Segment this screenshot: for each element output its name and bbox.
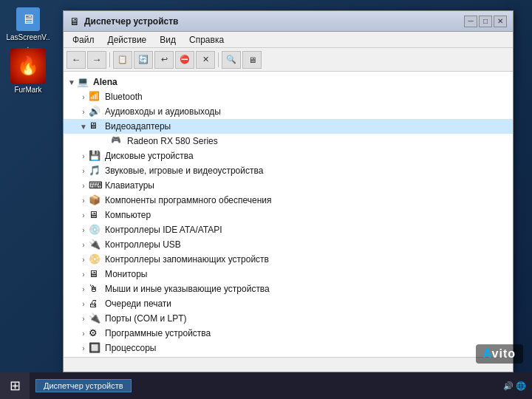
tree-item-ports[interactable]: › 🔌 Порты (COM и LPT) — [64, 311, 513, 326]
tree-item-sound[interactable]: › 🎵 Звуковые, игровые и видеоустройства — [64, 163, 513, 178]
avito-text: vito — [492, 347, 516, 360]
cpu-label: Процессоры — [105, 343, 157, 353]
print-label: Очереди печати — [105, 299, 171, 309]
taskbar: ⊞ Диспетчер устройств 🔊 🌐 — [0, 372, 532, 399]
bluetooth-label: Bluetooth — [105, 92, 143, 102]
usb-arrow: › — [78, 241, 89, 249]
tree-item-ide[interactable]: › 💿 Контроллеры IDE ATA/ATAPI — [64, 222, 513, 237]
title-bar-controls: ─ □ ✕ — [464, 16, 507, 27]
radeon-icon: 🎮 — [111, 135, 124, 147]
taskbar-dm-button[interactable]: Диспетчер устройств — [35, 379, 132, 392]
desktop-icon-furmark[interactable]: 🔥 FurMark — [3, 48, 53, 94]
menu-action[interactable]: Действие — [102, 33, 153, 47]
toolbar-forward[interactable]: → — [87, 51, 106, 69]
usb-label: Контроллеры USB — [105, 239, 181, 250]
toolbar-properties[interactable]: 📋 — [113, 51, 132, 69]
tree-item-computer[interactable]: › 🖥 Компьютер — [64, 208, 513, 222]
print-icon: 🖨 — [89, 298, 102, 310]
storage-arrow: › — [78, 256, 89, 264]
avito-colored-letter: A — [483, 347, 492, 360]
furmark-icon: 🔥 — [10, 48, 46, 83]
video-label: Видеоадаптеры — [105, 121, 171, 132]
tree-item-software[interactable]: › ⚙ Программные устройства — [64, 326, 513, 341]
storage-icon: 📀 — [89, 253, 102, 265]
ide-icon: 💿 — [89, 224, 102, 236]
storage-label: Контроллеры запоминающих устройств — [105, 254, 269, 265]
menu-file[interactable]: Файл — [66, 33, 100, 47]
title-bar-icon: 🖥 — [69, 16, 80, 27]
tree-item-radeon[interactable]: 🎮 Radeon RX 580 Series — [64, 134, 513, 149]
screen-icon: 🖥 — [16, 7, 40, 31]
keyboard-icon: ⌨ — [89, 180, 102, 191]
menu-view[interactable]: Вид — [154, 33, 182, 47]
tree-item-mice[interactable]: › 🖱 Мыши и иные указывающие устройства — [64, 282, 513, 296]
status-bar — [64, 357, 513, 372]
toolbar-uninstall[interactable]: ✕ — [196, 51, 215, 69]
toolbar-monitor[interactable]: 🖥 — [242, 51, 262, 69]
audio-arrow: › — [78, 108, 89, 116]
tree-item-disk[interactable]: › 💾 Дисковые устройства — [64, 149, 513, 163]
disk-icon: 💾 — [89, 150, 102, 162]
toolbar-rollback[interactable]: ↩ — [154, 51, 174, 69]
tree-root[interactable]: ▼ 💻 Alena — [64, 75, 513, 89]
tree-item-bluetooth[interactable]: › 📶 Bluetooth — [64, 89, 513, 104]
toolbar-sep-1 — [109, 52, 110, 67]
tree-item-monitors[interactable]: › 🖥 Мониторы — [64, 267, 513, 282]
computer-arrow: › — [78, 211, 89, 219]
audio-label: Аудиовходы и аудиовыходы — [105, 106, 221, 117]
video-arrow: ▼ — [78, 123, 89, 131]
device-manager-window: 🖥 Диспетчер устройств ─ □ ✕ Файл Действи… — [63, 10, 514, 372]
disk-label: Дисковые устройства — [105, 151, 194, 161]
toolbar-sep-2 — [218, 52, 219, 67]
audio-icon: 🔊 — [89, 106, 102, 117]
minimize-button[interactable]: ─ — [464, 16, 477, 27]
root-expand-arrow: ▼ — [66, 78, 77, 86]
maximize-button[interactable]: □ — [479, 16, 492, 27]
mice-icon: 🖱 — [89, 283, 102, 295]
components-arrow: › — [78, 197, 89, 205]
ports-label: Порты (COM и LPT) — [105, 313, 187, 324]
title-bar: 🖥 Диспетчер устройств ─ □ ✕ — [64, 11, 513, 32]
monitors-icon: 🖥 — [89, 268, 102, 280]
toolbar-scan[interactable]: 🔍 — [222, 51, 241, 69]
cpu-arrow: › — [78, 344, 89, 352]
software-icon: ⚙ — [89, 327, 102, 339]
mice-arrow: › — [78, 285, 89, 293]
bluetooth-icon: 📶 — [89, 91, 102, 103]
clock-text: 🔊 🌐 — [503, 381, 526, 390]
tree-item-components[interactable]: › 📦 Компоненты программного обеспечения — [64, 193, 513, 208]
ports-arrow: › — [78, 315, 89, 323]
toolbar-disable[interactable]: ⛔ — [175, 51, 194, 69]
mice-label: Мыши и иные указывающие устройства — [105, 284, 270, 294]
print-arrow: › — [78, 300, 89, 308]
usb-icon: 🔌 — [89, 239, 102, 250]
tree-item-usb[interactable]: › 🔌 Контроллеры USB — [64, 237, 513, 252]
software-arrow: › — [78, 330, 89, 338]
tree-item-storage[interactable]: › 📀 Контроллеры запоминающих устройств — [64, 252, 513, 267]
ide-arrow: › — [78, 226, 89, 234]
components-label: Компоненты программного обеспечения — [105, 195, 272, 205]
toolbar-back[interactable]: ← — [66, 51, 86, 69]
sound-arrow: › — [78, 167, 89, 175]
software-label: Программные устройства — [105, 328, 211, 338]
monitors-label: Мониторы — [105, 269, 147, 279]
taskbar-dm-label: Диспетчер устройств — [44, 381, 123, 390]
keyboard-arrow: › — [78, 182, 89, 190]
window-title: Диспетчер устройств — [84, 16, 464, 27]
close-button[interactable]: ✕ — [494, 16, 507, 27]
menu-help[interactable]: Справка — [183, 33, 230, 47]
desktop-icon-screen[interactable]: 🖥 LasScreenV... — [6, 7, 50, 50]
computer-item-icon: 🖥 — [89, 209, 102, 221]
tree-item-keyboard[interactable]: › ⌨ Клавиатуры — [64, 178, 513, 193]
start-button[interactable]: ⊞ — [0, 372, 30, 399]
bluetooth-arrow: › — [78, 93, 89, 101]
tree-item-cpu[interactable]: › 🔲 Процессоры — [64, 341, 513, 355]
tree-item-video[interactable]: ▼ 🖥 Видеоадаптеры — [64, 119, 513, 134]
tree-item-print[interactable]: › 🖨 Очереди печати — [64, 296, 513, 311]
sound-icon: 🎵 — [89, 165, 102, 177]
monitors-arrow: › — [78, 270, 89, 279]
device-tree: ▼ 💻 Alena › 📶 Bluetooth › 🔊 Аудиовходы и… — [64, 72, 513, 357]
tree-item-audio[interactable]: › 🔊 Аудиовходы и аудиовыходы — [64, 104, 513, 119]
taskbar-clock: 🔊 🌐 — [503, 381, 532, 391]
toolbar-update[interactable]: 🔄 — [134, 51, 153, 69]
